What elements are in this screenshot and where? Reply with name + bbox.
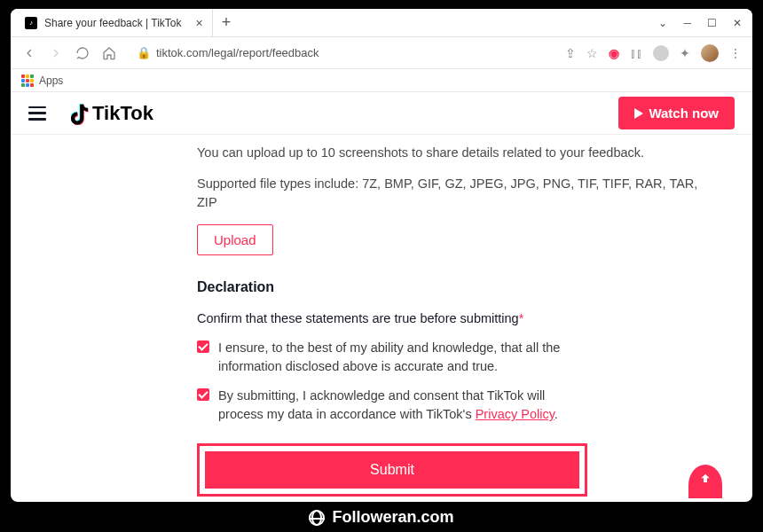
privacy-policy-link[interactable]: Privacy Policy (476, 407, 555, 421)
profile-avatar[interactable] (701, 44, 719, 62)
upload-button[interactable]: Upload (197, 224, 273, 255)
watch-now-button[interactable]: Watch now (618, 97, 735, 129)
extensions-icon[interactable]: ✦ (680, 46, 690, 60)
supported-types: Supported file types include: 7Z, BMP, G… (197, 175, 717, 212)
tiktok-logo[interactable]: TikTok (71, 102, 153, 125)
home-button[interactable] (101, 45, 117, 61)
new-tab-button[interactable]: + (222, 13, 232, 32)
tiktok-favicon: ♪ (25, 17, 37, 29)
ext1-icon[interactable]: ◉ (609, 46, 619, 60)
declaration-heading: Declaration (197, 277, 717, 297)
url-text: tiktok.com/legal/report/feedback (156, 46, 319, 59)
declaration-checkbox-1: I ensure, to the best of my ability and … (197, 339, 587, 376)
tab-title: Share your feedback | TikTok (44, 17, 182, 29)
ext3-icon[interactable] (653, 45, 669, 61)
extension-icons: ⇪ ☆ ◉ ⫿⫿ ✦ ⋮ (565, 44, 742, 62)
checkbox-2[interactable] (197, 388, 209, 401)
upload-instruction: You can upload up to 10 screenshots to s… (197, 144, 717, 162)
checkbox-1[interactable] (197, 340, 209, 353)
logo-text: TikTok (92, 102, 153, 125)
globe-icon (309, 510, 325, 526)
star-icon[interactable]: ☆ (586, 46, 598, 60)
minimize-icon[interactable]: ─ (683, 17, 691, 29)
declaration-checkbox-2: By submitting, I acknowledge and consent… (197, 387, 587, 424)
browser-tab[interactable]: ♪ Share your feedback | TikTok × (16, 9, 213, 36)
url-bar[interactable]: 🔒 tiktok.com/legal/report/feedback (128, 43, 555, 63)
menu-icon[interactable]: ⋮ (729, 46, 742, 60)
close-window-icon[interactable]: ✕ (733, 17, 742, 29)
ext2-icon[interactable]: ⫿⫿ (630, 46, 642, 60)
forward-button[interactable] (48, 45, 64, 61)
share-icon[interactable]: ⇪ (565, 46, 576, 60)
checkbox-1-label: I ensure, to the best of my ability and … (218, 339, 587, 376)
titlebar: ♪ Share your feedback | TikTok × + ⌄ ─ ☐… (11, 9, 752, 37)
app-header: TikTok Watch now (11, 92, 752, 135)
hamburger-menu[interactable] (28, 106, 46, 121)
address-bar: 🔒 tiktok.com/legal/report/feedback ⇪ ☆ ◉… (11, 37, 752, 69)
tiktok-mark-icon (71, 102, 90, 125)
maximize-icon[interactable]: ☐ (707, 17, 717, 29)
required-mark: * (519, 311, 524, 325)
lock-icon: 🔒 (137, 46, 151, 59)
scroll-top-button[interactable] (688, 465, 722, 498)
close-tab-icon[interactable]: × (196, 16, 203, 30)
checkbox-2-label: By submitting, I acknowledge and consent… (218, 387, 587, 424)
submit-button[interactable]: Submit (203, 450, 581, 490)
play-icon (634, 108, 643, 119)
browser-window: ♪ Share your feedback | TikTok × + ⌄ ─ ☐… (11, 9, 752, 502)
back-button[interactable] (21, 45, 37, 61)
watch-now-label: Watch now (649, 106, 719, 121)
apps-label[interactable]: Apps (39, 74, 63, 87)
chevron-down-icon[interactable]: ⌄ (658, 17, 667, 29)
bookmarks-bar: Apps (11, 69, 752, 92)
confirm-intro: Confirm that these statements are true b… (197, 309, 717, 328)
page-content: TikTok Watch now You can upload up to 10… (11, 92, 752, 502)
footer-watermark: Followeran.com (0, 508, 763, 527)
window-controls: ⌄ ─ ☐ ✕ (658, 17, 752, 29)
footer-text: Followeran.com (332, 508, 453, 527)
reload-button[interactable] (75, 45, 90, 61)
submit-highlight: Submit (197, 443, 587, 497)
feedback-form: You can upload up to 10 screenshots to s… (11, 135, 752, 502)
apps-icon[interactable] (21, 74, 34, 87)
arrow-up-icon (698, 472, 712, 486)
